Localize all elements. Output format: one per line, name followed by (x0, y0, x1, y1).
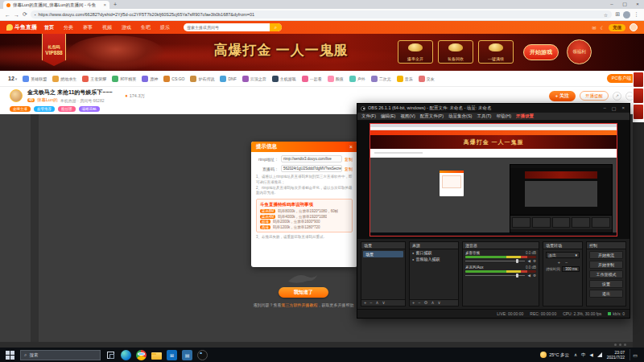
site-nav-item[interactable]: 娱乐 (158, 24, 172, 31)
stream-tag[interactable]: 清晰流畅 (79, 106, 100, 112)
sidebar-promo-thumb[interactable] (634, 105, 643, 119)
reload-icon[interactable]: ⟳ (23, 11, 27, 18)
obs-control-button[interactable]: 开始录制 (589, 261, 623, 269)
transition-duration-field[interactable]: 300 ms (562, 266, 580, 272)
obs-menu-item[interactable]: 编辑(E) (381, 113, 395, 119)
category-item[interactable]: 户外 (349, 76, 365, 82)
site-nav-item[interactable]: 鱼吧 (138, 24, 153, 31)
action-center-icon[interactable]: ▭ (630, 349, 640, 360)
stream-tag[interactable]: 超管推荐 (34, 106, 55, 112)
forward-icon[interactable]: → (14, 12, 19, 18)
bookmark-star-icon[interactable]: ☆ (604, 12, 608, 18)
site-search-box[interactable]: ⌕ (184, 23, 282, 31)
category-item[interactable]: 王者荣耀 (82, 76, 106, 82)
stream-tag[interactable]: 粉丝团 (58, 106, 76, 112)
category-item[interactable]: 原神 (142, 76, 158, 82)
category-item[interactable]: CS:GO (163, 76, 184, 82)
obs-taskbar-icon[interactable] (197, 350, 208, 360)
scene-down-icon[interactable]: ∨ (382, 301, 385, 306)
visibility-eye-icon[interactable]: ● (412, 251, 414, 255)
rtmp-address-field[interactable]: rtmp://sendtx3.douyu.com/live (281, 155, 342, 162)
task-view-icon[interactable] (105, 350, 116, 360)
category-item[interactable]: 英雄联盟 (23, 76, 47, 82)
category-count[interactable]: 12 ▾ (8, 76, 17, 81)
tab-close-icon[interactable]: × (103, 2, 106, 7)
volume-icon[interactable]: ◀ (590, 352, 593, 357)
volume-slider[interactable] (465, 274, 525, 278)
category-item[interactable]: 和平精英 (112, 76, 136, 82)
category-item[interactable]: DNF (220, 76, 236, 82)
file-explorer-icon[interactable] (151, 352, 162, 360)
volume-slider[interactable] (465, 259, 525, 263)
start-button[interactable] (4, 349, 15, 360)
obs-menu-item[interactable]: 工具(T) (477, 113, 491, 119)
start-game-button[interactable]: 开始游戏 (523, 44, 559, 60)
site-nav-item[interactable]: 赛事 (80, 24, 95, 31)
sidebar-promo-thumb[interactable] (634, 88, 643, 103)
obs-menu-item[interactable]: 视图(V) (400, 113, 415, 119)
player-dot-icon[interactable] (614, 343, 617, 346)
remove-transition-icon[interactable]: − (565, 260, 568, 265)
window-maximize-icon[interactable]: ▢ (618, 0, 631, 9)
douyu-logo[interactable]: 斗鱼直播 (6, 23, 37, 31)
user-avatar[interactable] (630, 23, 638, 31)
site-nav-item[interactable]: 视频 (100, 24, 114, 31)
speaker-icon[interactable]: ◀ (527, 259, 530, 263)
pc-client-button[interactable]: PC客户端 (607, 74, 636, 83)
add-transition-icon[interactable]: + (558, 260, 560, 265)
remove-scene-icon[interactable]: − (369, 301, 372, 306)
scene-item[interactable]: 场景 (363, 251, 403, 257)
player-dot-icon[interactable] (619, 343, 621, 346)
search-icon[interactable]: ⌕ (270, 23, 282, 31)
weather-widget[interactable]: 25°C 多云 (540, 352, 569, 358)
app-icon[interactable]: ▤ (182, 350, 192, 360)
obs-menu-item[interactable]: 配置文件(P) (420, 113, 444, 119)
network-icon[interactable] (597, 352, 602, 357)
obs-menu-item[interactable]: 帮助(H) (496, 113, 511, 119)
speaker-icon[interactable]: ◀ (527, 274, 530, 278)
message-icon[interactable]: ✉ (592, 25, 597, 31)
site-search-input[interactable] (187, 25, 270, 30)
category-item[interactable]: 炉石传说 (190, 76, 214, 82)
streamer-avatar[interactable] (10, 89, 23, 102)
browser-menu-icon[interactable]: ⋮ (634, 11, 639, 18)
new-tab-button[interactable]: + (114, 2, 117, 7)
category-item[interactable]: 绝地求生 (52, 76, 76, 82)
chrome-icon[interactable] (136, 350, 147, 360)
obs-control-button[interactable]: 设置 (589, 280, 623, 288)
transition-select[interactable]: 淡出 ▾ (546, 252, 580, 258)
source-up-icon[interactable]: ∧ (431, 301, 434, 306)
share-icon[interactable]: ↗ (613, 92, 621, 101)
obs-minimize-icon[interactable]: – (603, 105, 605, 111)
store-icon[interactable]: ⊞ (167, 350, 177, 360)
confirm-button[interactable]: 我知道了 (279, 287, 328, 298)
category-item[interactable]: 主机游戏 (272, 76, 296, 82)
copy-rtmp-link[interactable]: 复制 (345, 157, 353, 162)
channel-settings-icon[interactable]: ⚙ (533, 274, 536, 278)
extensions-icon[interactable]: ⊞ (615, 11, 620, 18)
dialog-close-icon[interactable]: × (349, 144, 353, 150)
window-minimize-icon[interactable]: – (605, 0, 618, 9)
player-dot-icon[interactable] (624, 343, 626, 346)
add-source-icon[interactable]: + (412, 301, 415, 306)
obs-menu-item[interactable]: 场景集合(S) (448, 113, 472, 119)
slider-knob[interactable] (516, 274, 518, 278)
site-nav-item[interactable]: 游戏 (119, 24, 134, 31)
night-mode-icon[interactable]: ☾ (601, 25, 605, 31)
sidebar-promo-thumb[interactable] (634, 72, 643, 87)
slider-knob[interactable] (516, 259, 518, 263)
promo-banner[interactable]: 礼包码 VIP888 高爆打金 一人一鬼服 爆率全开装备回收一键满级 开始游戏 … (0, 34, 644, 71)
obs-maximize-icon[interactable]: ▢ (612, 105, 617, 111)
follow-button[interactable]: + 关注 (549, 91, 576, 101)
address-bar[interactable]: ▪ https://www.douyu.com/66282?dyshid=2Yj… (31, 10, 612, 19)
claim-bonus-badge[interactable]: 领福利 (567, 39, 592, 64)
obs-control-button[interactable]: 工作室模式 (589, 270, 623, 278)
taskbar-clock[interactable]: 23:07 2021/7/22 (607, 350, 625, 360)
channel-settings-icon[interactable]: ⚙ (533, 259, 536, 263)
scene-up-icon[interactable]: ∧ (375, 301, 378, 306)
stream-tag[interactable]: 金牌主播 (10, 106, 31, 112)
taskbar-search[interactable]: ⌕ 搜索 (20, 350, 101, 360)
obs-preview-canvas[interactable]: 高爆打金 一人一鬼服 (357, 121, 630, 239)
recharge-button[interactable]: 充值 (609, 24, 625, 31)
source-item[interactable]: ● 音频输入捕获 (410, 256, 458, 262)
